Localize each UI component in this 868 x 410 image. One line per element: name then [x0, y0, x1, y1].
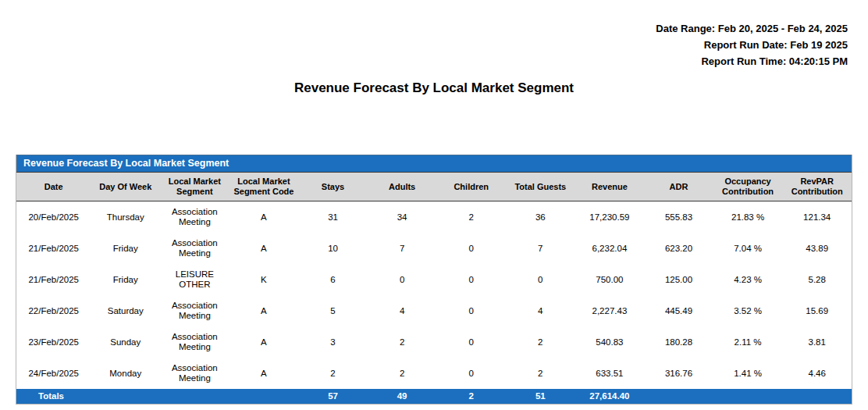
- column-header: Date: [16, 173, 91, 201]
- table-cell: 0: [368, 264, 437, 295]
- table-cell: 1.41 %: [713, 358, 783, 389]
- table-cell: 15.69: [782, 295, 852, 326]
- table-cell: 21.83 %: [713, 201, 783, 234]
- table-cell: 623.20: [644, 233, 713, 264]
- table-cell: 21/Feb/2025: [16, 264, 91, 295]
- report-meta: Date Range: Feb 20, 2025 - Feb 24, 2025 …: [656, 20, 848, 70]
- table-cell: 31: [298, 201, 368, 234]
- report-table-section: Revenue Forecast By Local Market Segment…: [16, 155, 852, 405]
- table-cell: 4.23 %: [713, 264, 783, 295]
- table-cell: Association Meeting: [160, 233, 229, 264]
- totals-cell: 2: [436, 389, 506, 404]
- totals-cell: 49: [368, 389, 437, 404]
- table-cell: LEISURE OTHER: [160, 264, 229, 295]
- totals-cell: [782, 389, 852, 404]
- table-cell: 24/Feb/2025: [16, 358, 91, 389]
- table-cell: 0: [506, 264, 575, 295]
- table-cell: 43.89: [782, 233, 852, 264]
- date-range-text: Date Range: Feb 20, 2025 - Feb 24, 2025: [656, 20, 848, 37]
- table-cell: 4: [368, 295, 437, 326]
- totals-cell: [160, 389, 229, 404]
- table-cell: 3.52 %: [713, 295, 783, 326]
- table-cell: Friday: [91, 264, 160, 295]
- report-run-time-text: Report Run Time: 04:20:15 PM: [656, 53, 848, 70]
- table-section-header: Revenue Forecast By Local Market Segment: [16, 155, 852, 172]
- table-cell: 316.76: [644, 358, 713, 389]
- table-cell: 125.00: [644, 264, 713, 295]
- table-cell: 36: [506, 201, 575, 234]
- table-cell: 2.11 %: [713, 326, 783, 358]
- table-cell: 6,232.04: [575, 233, 645, 264]
- table-cell: 6: [298, 264, 368, 295]
- table-cell: 3: [298, 326, 368, 358]
- table-cell: 0: [436, 295, 506, 326]
- table-cell: 7.04 %: [713, 233, 783, 264]
- table-cell: Friday: [91, 233, 160, 264]
- totals-label: Totals: [16, 389, 91, 404]
- table-cell: A: [229, 201, 299, 234]
- table-cell: Thursday: [91, 201, 160, 234]
- table-cell: 0: [436, 264, 506, 295]
- table-cell: 7: [368, 233, 437, 264]
- table-cell: 20/Feb/2025: [16, 201, 91, 234]
- table-cell: 10: [298, 233, 368, 264]
- table-cell: 750.00: [575, 264, 645, 295]
- column-header: Local Market Segment: [160, 173, 229, 201]
- table-cell: 445.49: [644, 295, 713, 326]
- table-cell: Association Meeting: [160, 326, 229, 358]
- column-header: Revenue: [575, 173, 645, 201]
- column-header: Children: [436, 173, 506, 201]
- table-cell: 555.83: [644, 201, 713, 234]
- report-page: Date Range: Feb 20, 2025 - Feb 24, 2025 …: [0, 0, 868, 410]
- table-cell: 180.28: [644, 326, 713, 358]
- column-header: Total Guests: [506, 173, 575, 201]
- table-header-row: DateDay Of WeekLocal Market SegmentLocal…: [16, 173, 852, 201]
- table-cell: A: [229, 326, 299, 358]
- table-row: 24/Feb/2025MondayAssociation MeetingA220…: [16, 358, 852, 389]
- table-cell: A: [229, 358, 299, 389]
- table-cell: K: [229, 264, 299, 295]
- table-body: 20/Feb/2025ThursdayAssociation MeetingA3…: [16, 201, 852, 390]
- table-cell: Sunday: [91, 326, 160, 358]
- table-cell: 0: [436, 358, 506, 389]
- table-cell: 2: [506, 358, 575, 389]
- column-header: Stays: [298, 173, 368, 201]
- totals-cell: 27,614.40: [575, 389, 645, 404]
- totals-cell: 51: [506, 389, 575, 404]
- column-header: Local Market Segment Code: [229, 173, 299, 201]
- page-title: Revenue Forecast By Local Market Segment: [0, 80, 868, 96]
- table-cell: 2: [506, 326, 575, 358]
- table-cell: Association Meeting: [160, 201, 229, 234]
- table-cell: 3.81: [782, 326, 852, 358]
- totals-cell: [229, 389, 299, 404]
- totals-cell: 57: [298, 389, 368, 404]
- table-cell: 17,230.59: [575, 201, 645, 234]
- table-row: 21/Feb/2025FridayAssociation MeetingA107…: [16, 233, 852, 264]
- table-cell: 4.46: [782, 358, 852, 389]
- table-row: 20/Feb/2025ThursdayAssociation MeetingA3…: [16, 201, 852, 234]
- report-run-date-text: Report Run Date: Feb 19 2025: [656, 37, 848, 53]
- column-header: ADR: [644, 173, 713, 201]
- column-header: Occupancy Contribution: [713, 173, 783, 201]
- table-cell: 4: [506, 295, 575, 326]
- table-cell: 22/Feb/2025: [16, 295, 91, 326]
- table-cell: 21/Feb/2025: [16, 233, 91, 264]
- column-header: RevPAR Contribution: [782, 173, 852, 201]
- table-cell: 2,227.43: [575, 295, 645, 326]
- table-cell: 540.83: [575, 326, 645, 358]
- table-cell: 2: [368, 326, 437, 358]
- table-cell: 7: [506, 233, 575, 264]
- table-cell: 633.51: [575, 358, 645, 389]
- table-cell: Association Meeting: [160, 295, 229, 326]
- table-cell: 0: [436, 233, 506, 264]
- table-cell: Association Meeting: [160, 358, 229, 389]
- totals-cell: [644, 389, 713, 404]
- column-header: Adults: [368, 173, 437, 201]
- table-cell: 5.28: [782, 264, 852, 295]
- totals-row: Totals574925127,614.40: [16, 389, 852, 404]
- table-header: DateDay Of WeekLocal Market SegmentLocal…: [16, 173, 852, 201]
- table-cell: 23/Feb/2025: [16, 326, 91, 358]
- table-cell: 0: [436, 326, 506, 358]
- report-table: DateDay Of WeekLocal Market SegmentLocal…: [16, 172, 852, 404]
- table-cell: 121.34: [782, 201, 852, 234]
